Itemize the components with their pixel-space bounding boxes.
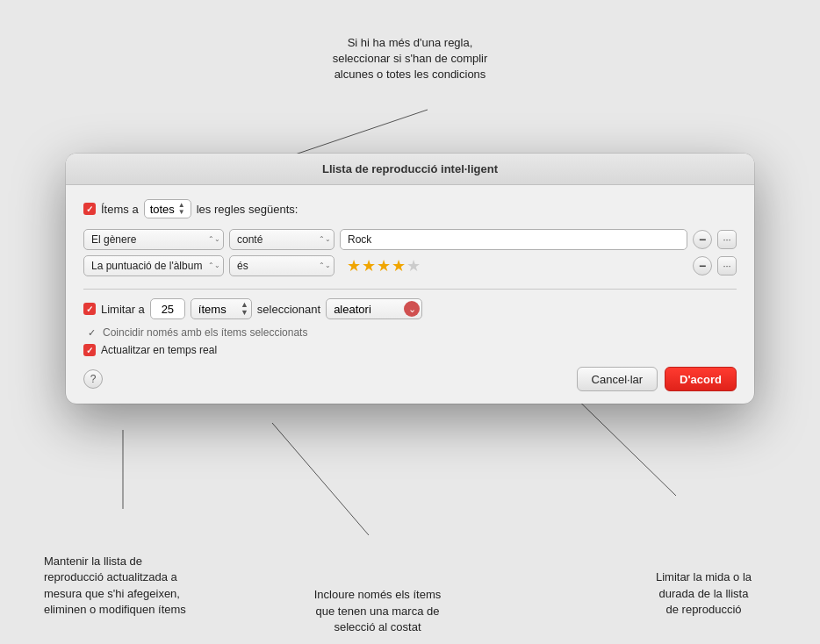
- realtime-label: Actualitzar en temps real: [101, 344, 217, 356]
- callout-bottom-center: Incloure només els ítems que tenen una m…: [290, 587, 465, 635]
- unit-select[interactable]: ítems ▲ ▼: [191, 298, 252, 319]
- aleatori-value: aleatori: [334, 303, 371, 316]
- rule-header-row: Ítems a totes ▲ ▼ les regles següents:: [83, 199, 737, 218]
- limit-checkbox[interactable]: [83, 303, 96, 315]
- aleatori-wrapper: aleatori ⌄: [326, 298, 422, 319]
- help-button[interactable]: ?: [83, 369, 103, 389]
- field-select-1[interactable]: El gènere: [83, 229, 224, 250]
- ok-button[interactable]: D'acord: [665, 367, 737, 391]
- stars-rating[interactable]: ★★★★★: [347, 256, 421, 275]
- divider: [83, 289, 737, 290]
- condition-row-1: El gènere conté − ···: [83, 229, 737, 250]
- label-items-a: Ítems a: [101, 203, 139, 216]
- unit-value: ítems: [198, 303, 227, 316]
- svg-line-2: [272, 423, 369, 535]
- label-les-regles: les regles següents:: [197, 203, 299, 216]
- callout-top: Si hi ha més d'una regla, seleccionar si…: [287, 35, 533, 83]
- operator-select-wrapper-2[interactable]: és: [229, 255, 334, 276]
- value-input-1[interactable]: [340, 229, 687, 250]
- limit-number-input[interactable]: [150, 298, 185, 319]
- dialog-footer: ? Cancel·lar D'acord: [83, 367, 737, 391]
- conditions-area: El gènere conté − ···: [83, 229, 737, 276]
- cancel-button[interactable]: Cancel·lar: [577, 367, 658, 391]
- footer-buttons: Cancel·lar D'acord: [577, 367, 737, 391]
- totes-dropdown[interactable]: totes ▲ ▼: [144, 199, 191, 218]
- realtime-row: Actualitzar en temps real: [83, 344, 737, 356]
- label-limitar-a: Limitar a: [101, 303, 145, 316]
- operator-select-wrapper-1[interactable]: conté: [229, 229, 334, 250]
- callout-bottom-left: Mantenir la llista de reproducció actual…: [44, 554, 228, 618]
- remove-condition-2[interactable]: −: [693, 256, 712, 275]
- remove-condition-1[interactable]: −: [693, 230, 712, 249]
- more-condition-2[interactable]: ···: [717, 256, 737, 275]
- match-label: Coincidir només amb els ítems selecciona…: [103, 326, 307, 339]
- field-select-wrapper-2[interactable]: La puntuació de l'àlbum: [83, 255, 224, 276]
- totes-value: totes: [150, 203, 175, 216]
- callout-bottom-right: Limitar la mida o la durada de la llista…: [627, 569, 780, 618]
- more-condition-1[interactable]: ···: [717, 230, 737, 249]
- smart-playlist-dialog: Llista de reproducció intel·ligent Ítems…: [66, 154, 754, 404]
- unit-stepper: ▲ ▼: [241, 301, 248, 317]
- limit-row: Limitar a ítems ▲ ▼ seleccionant aleator…: [83, 298, 737, 319]
- operator-select-1[interactable]: conté: [229, 229, 334, 250]
- items-checkbox[interactable]: [83, 203, 96, 215]
- totes-stepper: ▲ ▼: [178, 202, 185, 216]
- match-checked-row: ✓ Coincidir només amb els ítems seleccio…: [83, 326, 737, 339]
- condition-row-2: La puntuació de l'àlbum és ★★★★★ − ···: [83, 255, 737, 276]
- dialog-titlebar: Llista de reproducció intel·ligent: [66, 154, 754, 185]
- operator-select-2[interactable]: és: [229, 255, 334, 276]
- label-seleccionant: seleccionant: [257, 303, 320, 316]
- field-select-wrapper-1[interactable]: El gènere: [83, 229, 224, 250]
- match-checkbox[interactable]: ✓: [85, 326, 97, 339]
- field-select-2[interactable]: La puntuació de l'àlbum: [83, 255, 224, 276]
- dialog-body: Ítems a totes ▲ ▼ les regles següents:: [66, 185, 754, 404]
- realtime-checkbox[interactable]: [83, 344, 96, 356]
